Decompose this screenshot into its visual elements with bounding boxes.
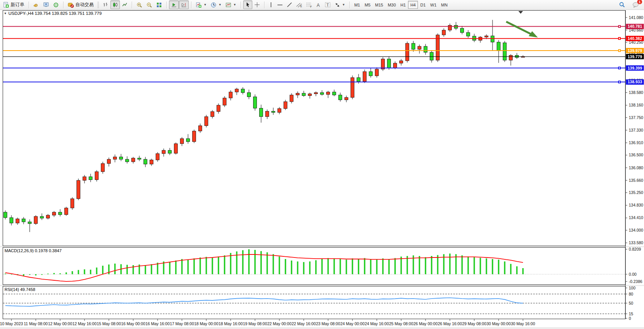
price-axis-label: 136.500 (629, 153, 643, 157)
candle-body (290, 95, 293, 102)
macd-histogram-bar (419, 256, 420, 274)
auto-scroll-button[interactable] (169, 0, 179, 9)
timeframe-m30[interactable]: M30 (386, 1, 398, 9)
periods-button[interactable]: ▼ (209, 0, 223, 9)
candle-body (253, 97, 257, 108)
candle-body (412, 43, 415, 49)
timeframe-m1[interactable]: M1 (352, 1, 362, 9)
macd-histogram-bar (425, 257, 426, 274)
panel-divider[interactable] (0, 285, 644, 286)
macd-histogram-bar (35, 274, 37, 275)
channel-icon: E (296, 2, 302, 8)
rsi-label: RSI(14) 49.7458 (5, 287, 35, 292)
macd-histogram-bar (254, 250, 256, 274)
auto-trading-label: 自动交易 (75, 2, 94, 8)
macd-histogram-bar (169, 262, 171, 274)
fibonacci-tool[interactable]: F (304, 0, 314, 9)
line-chart-mode-button[interactable] (120, 0, 129, 9)
price-level-badge-label: 138.933 (628, 79, 642, 84)
zoom-out-button[interactable] (144, 0, 154, 9)
zoom-in-button[interactable] (134, 0, 144, 9)
indicators-button[interactable]: ▼ (194, 0, 209, 9)
candle-body (34, 216, 38, 224)
price-axis-label: 134.000 (629, 228, 643, 232)
svg-text:A: A (317, 2, 320, 8)
tile-windows-button[interactable] (154, 0, 164, 9)
price-axis-label: 134.830 (629, 203, 643, 207)
candle-body (284, 102, 287, 108)
bar-chart-mode-button[interactable] (101, 0, 110, 9)
candle-body (150, 160, 153, 164)
signals-button[interactable] (51, 0, 61, 9)
timeframe-mn[interactable]: MN (439, 1, 450, 9)
timeframe-d1[interactable]: D1 (418, 1, 428, 9)
trendline-tool[interactable] (285, 0, 294, 9)
candle-body (205, 117, 208, 126)
candle-body (491, 36, 494, 42)
macd-histogram-bar (59, 273, 61, 274)
macd-histogram-bar (315, 260, 317, 274)
macd-histogram-bar (126, 265, 128, 274)
new-order-button[interactable]: 新订单 (1, 0, 26, 9)
candle-body (223, 98, 226, 105)
timeframe-h1[interactable]: H1 (398, 1, 408, 9)
price-axis-label: 137.330 (629, 128, 643, 132)
time-axis-label: 30 May 00:00 (486, 321, 511, 326)
horn-icon (33, 2, 39, 8)
candle-body (187, 138, 190, 141)
candle-body (180, 138, 184, 143)
macd-histogram-bar (114, 264, 116, 274)
horizontal-line-tool[interactable] (275, 0, 285, 9)
macd-histogram-bar (461, 255, 463, 274)
macd-histogram-bar (340, 259, 341, 274)
vertical-line-tool[interactable] (267, 0, 275, 9)
macd-histogram-bar (504, 261, 505, 274)
auto-trading-button[interactable]: 自动交易 (66, 0, 96, 9)
candlestick-mode-button[interactable] (110, 0, 120, 9)
macd-histogram-bar (486, 258, 487, 274)
text-label-tool[interactable]: T (323, 0, 333, 9)
macd-histogram-bar (230, 253, 231, 274)
candle-body (327, 92, 330, 94)
candle-body (168, 150, 172, 153)
macd-histogram-bar (242, 250, 244, 274)
equidistant-channel-tool[interactable]: E (294, 0, 304, 9)
candle-body (71, 199, 74, 208)
crosshair-tool-button[interactable] (252, 0, 262, 9)
macd-histogram-bar (498, 260, 499, 274)
search-button[interactable] (617, 0, 627, 9)
chart-title-collapse-icon: ▼ (4, 12, 7, 15)
price-axis-label: 141.080 (629, 15, 643, 20)
timeframe-h4[interactable]: H4 (408, 1, 418, 9)
panel-divider[interactable] (0, 246, 644, 247)
candle-body (211, 111, 214, 116)
timeframe-m15[interactable]: M15 (373, 1, 385, 9)
price-axis-label: 136.080 (629, 165, 643, 170)
new-order-label: 新订单 (11, 2, 24, 8)
time-axis-label: 10 May 2023 (0, 321, 23, 326)
price-axis-label: 135.250 (629, 190, 643, 195)
time-axis-label: 18 May 00:00 (194, 321, 218, 326)
timeframe-m5[interactable]: M5 (362, 1, 373, 9)
time-axis-label: 11 May 08:00 (24, 321, 48, 326)
time-axis-label: 17 May 08:00 (170, 321, 194, 326)
market-watch-button[interactable] (41, 0, 51, 9)
macd-histogram-bar (522, 268, 524, 274)
candle-body (266, 111, 269, 116)
timeframe-w1[interactable]: W1 (428, 1, 439, 9)
chart-canvas[interactable]: 141.080140.660140.250139.830139.410138.9… (0, 0, 644, 329)
text-tool[interactable]: A (314, 0, 323, 9)
templates-button[interactable]: ▼ (223, 0, 238, 9)
time-axis-label: 12 May 00:00 (48, 321, 72, 326)
candle-body (65, 208, 68, 215)
cursor-tool-button[interactable] (243, 0, 252, 9)
candle-body (126, 159, 129, 162)
rsi-axis-label: 50 (629, 301, 633, 305)
chart-shift-button[interactable] (179, 0, 189, 9)
candle-body (144, 159, 147, 164)
candle-body (363, 72, 367, 81)
notifications-button[interactable]: 1 (630, 0, 641, 9)
arrows-tool[interactable]: ▼ (333, 0, 347, 9)
alerts-button[interactable] (31, 0, 41, 9)
candle-body (247, 93, 251, 97)
